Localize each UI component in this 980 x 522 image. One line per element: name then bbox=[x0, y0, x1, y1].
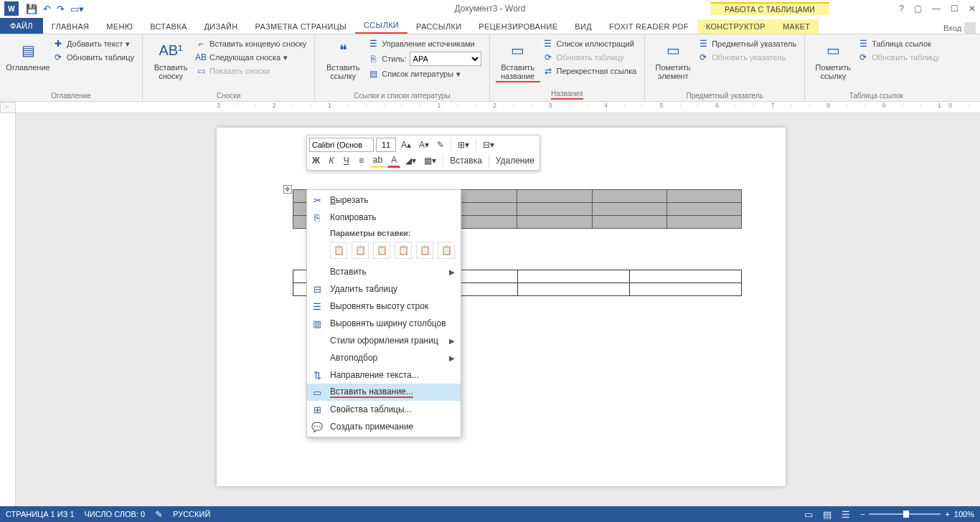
table-delete-icon[interactable]: ⊟▾ bbox=[480, 138, 497, 152]
insert-toa-button[interactable]: ☰Таблица ссылок bbox=[855, 37, 941, 50]
highlight-button[interactable]: ab bbox=[370, 153, 385, 168]
font-size-input[interactable] bbox=[376, 138, 396, 152]
update-toa-button[interactable]: ⟳Обновить таблицу bbox=[855, 51, 941, 64]
shading-button[interactable]: ◢▾ bbox=[402, 153, 419, 168]
menu-insert-caption[interactable]: ▭Вставить название... bbox=[307, 384, 461, 401]
zoom-slider[interactable] bbox=[869, 513, 941, 515]
footnote-icon: AB¹ bbox=[159, 39, 182, 62]
paste-styles-icon[interactable]: 📋 bbox=[373, 242, 390, 259]
insert-caption-button[interactable]: ▭ Вставить название bbox=[496, 37, 540, 89]
zoom-out-icon[interactable]: − bbox=[860, 510, 864, 518]
insert-footnote-button[interactable]: AB¹ Вставить сноску bbox=[149, 37, 193, 89]
tab-foxit-pdf[interactable]: Foxit Reader PDF bbox=[600, 19, 697, 34]
tab-design[interactable]: ДИЗАЙН bbox=[196, 19, 247, 34]
update-index-button[interactable]: ⟳Обновить указатель bbox=[695, 51, 798, 64]
update-toc-button[interactable]: ⟳Обновить таблицу bbox=[50, 51, 136, 64]
add-text-button[interactable]: ✚Добавить текст ▾ bbox=[50, 37, 136, 50]
maximize-icon[interactable]: ☐ bbox=[951, 4, 958, 14]
zoom-control[interactable]: − + 100% bbox=[860, 510, 974, 518]
bibliography-button[interactable]: ▤Список литературы ▾ bbox=[365, 67, 483, 80]
menu-cut[interactable]: ✂Вырезать bbox=[307, 191, 461, 209]
manage-sources-button[interactable]: ☰Управление источниками bbox=[365, 37, 483, 50]
copy-icon: ⎘ bbox=[310, 210, 324, 224]
insert-endnote-button[interactable]: ⌐Вставить концевую сноску bbox=[193, 37, 308, 50]
status-wordcount[interactable]: ЧИСЛО СЛОВ: 0 bbox=[85, 510, 146, 518]
mark-citation-button[interactable]: ▭ Пометить ссылку bbox=[811, 37, 855, 89]
tab-constructor[interactable]: КОНСТРУКТОР bbox=[697, 19, 774, 34]
borders-button[interactable]: ▦▾ bbox=[421, 153, 439, 168]
table-of-figures-button[interactable]: ☰Список иллюстраций bbox=[540, 37, 639, 50]
web-layout-icon[interactable]: ☰ bbox=[842, 509, 850, 520]
paste-link-icon[interactable]: 📋 bbox=[395, 242, 412, 259]
spellcheck-icon[interactable]: ✎ bbox=[155, 509, 163, 520]
mini-delete-label[interactable]: Удаление bbox=[493, 153, 537, 168]
new-doc-icon[interactable]: ▭▾ bbox=[70, 4, 84, 14]
tab-references[interactable]: ССЫЛКИ bbox=[355, 18, 407, 34]
font-color-button[interactable]: A bbox=[387, 153, 400, 168]
tab-view[interactable]: ВИД bbox=[566, 19, 600, 34]
update-figures-button[interactable]: ⟳Обновить таблицу bbox=[540, 51, 639, 64]
grow-font-icon[interactable]: A▴ bbox=[398, 138, 414, 152]
mark-entry-button[interactable]: ▭ Пометить элемент bbox=[651, 37, 695, 89]
format-painter-icon[interactable]: ✎ bbox=[434, 138, 447, 152]
style-dropdown[interactable]: APA bbox=[410, 52, 481, 66]
show-footnotes-button[interactable]: ▭Показать сноски bbox=[193, 65, 308, 77]
tab-review[interactable]: РЕЦЕНЗИРОВАНИЕ bbox=[470, 19, 566, 34]
paste-keep-source-icon[interactable]: 📋 bbox=[330, 242, 347, 259]
undo-icon[interactable]: ↶ bbox=[43, 4, 51, 14]
horizontal-ruler[interactable]: 3 · · 2 · · 1 · · · · · 1 · · 2 · · 3 · … bbox=[16, 102, 980, 113]
menu-table-properties[interactable]: ⊞Свойства таблицы... bbox=[307, 401, 461, 418]
tab-home[interactable]: ГЛАВНАЯ bbox=[43, 19, 98, 34]
tab-page-layout[interactable]: РАЗМЕТКА СТРАНИЦЫ bbox=[247, 19, 356, 34]
menu-text-direction[interactable]: ⇅Направление текста... bbox=[307, 366, 461, 384]
paste-picture-icon[interactable]: 📋 bbox=[416, 242, 433, 259]
mini-insert-label[interactable]: Вставка bbox=[447, 153, 485, 168]
status-page[interactable]: СТРАНИЦА 1 ИЗ 1 bbox=[6, 510, 75, 518]
menu-copy[interactable]: ⎘Копировать bbox=[307, 209, 461, 226]
next-footnote-button[interactable]: ABСледующая сноска ▾ bbox=[193, 51, 308, 64]
cross-reference-button[interactable]: ⇄Перекрестная ссылка bbox=[540, 65, 639, 77]
redo-icon[interactable]: ↷ bbox=[57, 4, 65, 14]
read-mode-icon[interactable]: ▭ bbox=[804, 509, 813, 520]
paste-text-icon[interactable]: 📋 bbox=[438, 242, 455, 259]
document-page[interactable]: ✥ bbox=[217, 128, 786, 486]
menu-delete-table[interactable]: ⊟Удалить таблицу bbox=[307, 280, 461, 298]
citation-style-select[interactable]: ⎘Стиль: APA bbox=[365, 51, 483, 67]
toc-button[interactable]: ▤ Оглавление bbox=[6, 37, 50, 89]
shrink-font-icon[interactable]: A▾ bbox=[416, 138, 432, 152]
insert-footnote-label: Вставить сноску bbox=[149, 63, 193, 80]
help-icon[interactable]: ? bbox=[899, 4, 904, 14]
tab-file[interactable]: ФАЙЛ bbox=[0, 18, 43, 34]
status-language[interactable]: РУССКИЙ bbox=[173, 510, 210, 518]
save-icon[interactable]: 💾 bbox=[26, 4, 37, 14]
login-link[interactable]: Вход bbox=[943, 22, 976, 34]
zoom-in-icon[interactable]: + bbox=[945, 510, 949, 518]
tab-mailings[interactable]: РАССЫЛКИ bbox=[407, 19, 470, 34]
menu-new-comment[interactable]: 💬Создать примечание bbox=[307, 418, 461, 435]
italic-button[interactable]: К bbox=[325, 153, 338, 168]
vertical-ruler[interactable] bbox=[0, 113, 16, 506]
print-layout-icon[interactable]: ▤ bbox=[823, 509, 831, 520]
tab-insert[interactable]: ВСТАВКА bbox=[141, 19, 195, 34]
tab-menu[interactable]: Меню bbox=[98, 19, 141, 34]
minimize-icon[interactable]: — bbox=[932, 4, 941, 14]
insert-citation-button[interactable]: ❝ Вставить ссылку bbox=[321, 37, 365, 89]
tab-table-layout[interactable]: МАКЕТ bbox=[774, 19, 819, 34]
table-insert-icon[interactable]: ⊞▾ bbox=[455, 138, 472, 152]
bold-button[interactable]: Ж bbox=[309, 153, 323, 168]
zoom-value[interactable]: 100% bbox=[954, 510, 974, 518]
menu-distribute-rows[interactable]: ☰Выровнять высоту строк bbox=[307, 298, 461, 315]
menu-autofit[interactable]: Автоподбор▶ bbox=[307, 349, 461, 366]
font-family-input[interactable] bbox=[309, 138, 374, 152]
close-icon[interactable]: ✕ bbox=[969, 4, 976, 14]
group-toa-label: Таблица ссылок bbox=[805, 92, 947, 100]
underline-button[interactable]: Ч bbox=[340, 153, 353, 168]
paste-merge-icon[interactable]: 📋 bbox=[352, 242, 369, 259]
table-move-handle[interactable]: ✥ bbox=[283, 185, 292, 194]
align-button[interactable]: ≡ bbox=[355, 153, 368, 168]
menu-distribute-cols[interactable]: ▥Выровнять ширину столбцов bbox=[307, 315, 461, 332]
insert-index-button[interactable]: ☰Предметный указатель bbox=[695, 37, 798, 50]
menu-insert[interactable]: Вставить▶ bbox=[307, 263, 461, 280]
menu-border-styles[interactable]: Стили оформления границ▶ bbox=[307, 332, 461, 349]
ribbon-opts-icon[interactable]: ▢ bbox=[914, 4, 922, 14]
